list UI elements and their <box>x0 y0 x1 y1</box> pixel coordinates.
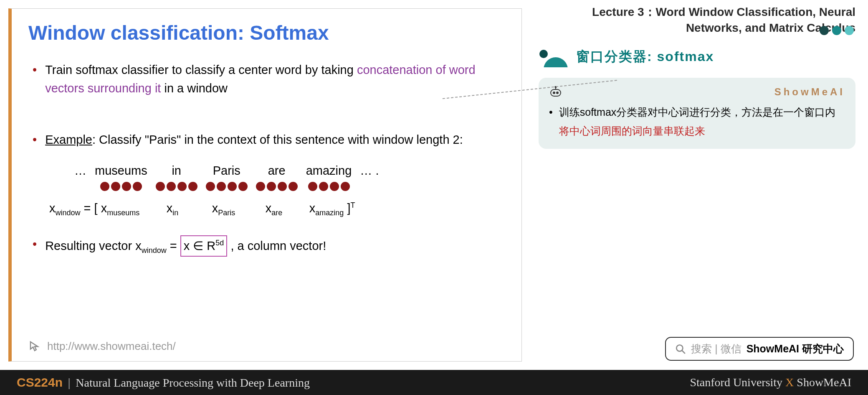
search-box[interactable]: 搜索 | 微信 ShowMeAI 研究中心 <box>665 337 854 361</box>
bottom-right: Stanford University X ShowMeAI <box>690 376 851 389</box>
footer-url[interactable]: http://www.showmeai.tech/ <box>47 340 176 353</box>
slide-title: Window classification: Softmax <box>28 21 505 44</box>
section-title-row: 窗口分类器: softmax <box>539 46 855 67</box>
bullet-2-text: Example: Classify "Paris" in the context… <box>45 131 505 149</box>
dimension-box: x ∈ R5d <box>180 235 228 257</box>
slide-content: Window classification: Softmax • Train s… <box>8 8 522 362</box>
svg-line-6 <box>682 350 686 354</box>
search-icon <box>675 344 686 354</box>
word-amazing: amazing <box>306 162 352 191</box>
text: : Classify "Paris" in the context of thi… <box>92 133 463 146</box>
svg-point-2 <box>557 92 558 94</box>
course-name: Natural Language Processing with Deep Le… <box>76 376 310 390</box>
lecture-line-2: Networks, and Matrix Calculus <box>539 20 855 36</box>
header-dots <box>820 26 854 35</box>
search-bold: ShowMeAI 研究中心 <box>747 342 844 356</box>
search-prefix: 搜索 | 微信 <box>691 342 741 356</box>
bullet-dot: • <box>33 61 37 97</box>
university: Stanford University <box>690 376 785 389</box>
cursor-icon <box>28 340 41 353</box>
course-code: CS224n <box>17 375 63 390</box>
main-container: Window classification: Softmax • Train s… <box>0 0 868 370</box>
bullet-1-text: Train softmax classifier to classify a c… <box>45 61 505 97</box>
xwindow-formula: xwindow = [ xmuseums xin xParis xare xam… <box>49 199 505 219</box>
note-bullet: • 训练softmax分类器对中心词进行分类，方法是在一个窗口内将中心词周围的词… <box>549 103 845 140</box>
bottom-bar: CS224n | Natural Language Processing wit… <box>0 370 868 395</box>
lecture-header: Lecture 3：Word Window Classification, Ne… <box>539 4 855 36</box>
slide-footer: http://www.showmeai.tech/ <box>28 340 176 353</box>
dot-icon <box>820 26 829 35</box>
dot-icon <box>832 26 841 35</box>
vector-dots <box>100 182 142 191</box>
vector-dots <box>156 182 197 191</box>
dot-icon <box>845 26 854 35</box>
robot-icon <box>549 86 562 98</box>
bottom-left: CS224n | Natural Language Processing wit… <box>17 375 310 390</box>
bullet-1: • Train softmax classifier to classify a… <box>28 61 505 97</box>
bullet-2: • Example: Classify "Paris" in the conte… <box>28 131 505 149</box>
vector-dots <box>308 182 350 191</box>
note-text: 训练softmax分类器对中心词进行分类，方法是在一个窗口内将中心词周围的词向量… <box>559 103 845 140</box>
showmeai-label: ShowMeAI <box>774 86 845 98</box>
example-label: Example <box>45 133 92 146</box>
bullet-3: • Resulting vector xwindow = x ∈ R5d , a… <box>28 235 505 257</box>
svg-point-1 <box>553 92 555 94</box>
note-box: ShowMeAI • 训练softmax分类器对中心词进行分类，方法是在一个窗口… <box>539 78 855 149</box>
svg-rect-0 <box>551 89 561 96</box>
ellipsis-left: … <box>74 162 86 182</box>
highlight-text: 将中心词周围的词向量串联起来 <box>559 125 705 137</box>
word-in: in <box>156 162 197 191</box>
bullet-3-text: Resulting vector xwindow = x ∈ R5d , a c… <box>45 235 505 257</box>
note-header: ShowMeAI <box>549 86 845 98</box>
text: Train softmax classifier to classify a c… <box>45 63 357 76</box>
bullet-dot: • <box>549 103 553 140</box>
text: in a window <box>161 82 228 95</box>
lecture-line-1: Lecture 3：Word Window Classification, Ne… <box>539 4 855 20</box>
x-separator: X <box>785 376 794 389</box>
ellipsis-right: … . <box>360 162 379 182</box>
notes-panel: Lecture 3：Word Window Classification, Ne… <box>530 0 868 370</box>
example-sentence: … museums in Paris are <box>70 162 505 191</box>
word-museums: museums <box>95 162 147 191</box>
vector-dots <box>256 182 298 191</box>
slide-body: • Train softmax classifier to classify a… <box>28 61 505 257</box>
pipe: | <box>68 376 71 390</box>
bullet-dot: • <box>33 235 37 257</box>
section-icon <box>539 46 570 67</box>
slide-panel: Window classification: Softmax • Train s… <box>0 0 530 370</box>
brand: ShowMeAI <box>794 376 851 389</box>
word-paris: Paris <box>206 162 248 191</box>
vector-dots <box>206 182 248 191</box>
bullet-dot: • <box>33 131 37 149</box>
word-are: are <box>256 162 298 191</box>
section-title: 窗口分类器: softmax <box>576 48 714 66</box>
svg-point-5 <box>677 345 683 351</box>
